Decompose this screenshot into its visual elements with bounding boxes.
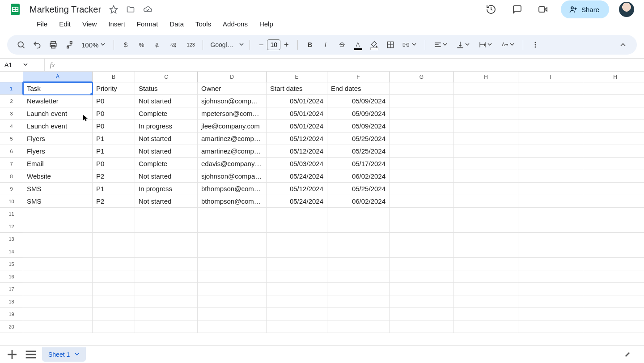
more-toolbar-icon[interactable]: [529, 38, 542, 51]
row-header-9[interactable]: 9: [0, 183, 23, 195]
cell[interactable]: [454, 195, 518, 208]
cell[interactable]: P0: [93, 158, 135, 170]
meet-icon[interactable]: [535, 1, 551, 17]
cell[interactable]: P1: [93, 132, 135, 145]
cell[interactable]: [583, 308, 644, 320]
cell[interactable]: [23, 308, 93, 320]
cell[interactable]: Not started: [135, 145, 198, 158]
undo-icon[interactable]: [30, 38, 44, 51]
cell[interactable]: [390, 132, 454, 145]
cell[interactable]: 05/24/2024: [267, 195, 327, 208]
cell[interactable]: Start dates: [267, 82, 327, 95]
row-header-11[interactable]: 11: [0, 208, 23, 220]
col-header-I[interactable]: I: [518, 72, 583, 82]
bold-icon[interactable]: B: [303, 38, 317, 51]
cell[interactable]: Owner: [198, 82, 267, 95]
comments-icon[interactable]: [509, 1, 525, 17]
menu-data[interactable]: Data: [164, 18, 189, 30]
cell[interactable]: [518, 195, 583, 208]
text-color-icon[interactable]: A: [352, 38, 365, 51]
cell[interactable]: [93, 258, 135, 270]
cell[interactable]: [454, 170, 518, 183]
row-header-12[interactable]: 12: [0, 220, 23, 233]
cell[interactable]: Complete: [135, 107, 198, 120]
cell[interactable]: [327, 258, 390, 270]
cell[interactable]: 05/12/2024: [267, 145, 327, 158]
cell[interactable]: [135, 295, 198, 308]
cell[interactable]: In progress: [135, 120, 198, 132]
cell[interactable]: [93, 295, 135, 308]
cell[interactable]: [198, 320, 267, 333]
cell[interactable]: [583, 258, 644, 270]
cell[interactable]: P1: [93, 145, 135, 158]
cell[interactable]: amartinez@comp…: [198, 145, 267, 158]
cell[interactable]: [198, 283, 267, 295]
cell[interactable]: [327, 295, 390, 308]
cell[interactable]: [267, 283, 327, 295]
row-header-2[interactable]: 2: [0, 95, 23, 107]
fill-color-icon[interactable]: [368, 38, 381, 51]
select-all-corner[interactable]: [0, 72, 23, 82]
cell[interactable]: [454, 283, 518, 295]
cell[interactable]: [267, 220, 327, 233]
cell[interactable]: [267, 270, 327, 283]
cell[interactable]: [390, 170, 454, 183]
cell[interactable]: [390, 82, 454, 95]
cell[interactable]: [583, 195, 644, 208]
cell[interactable]: [267, 295, 327, 308]
row-header-16[interactable]: 16: [0, 270, 23, 283]
borders-icon[interactable]: [384, 38, 397, 51]
cell[interactable]: [267, 245, 327, 258]
cell[interactable]: Email: [23, 158, 93, 170]
cell[interactable]: mpeterson@com…: [198, 107, 267, 120]
menu-add-ons[interactable]: Add-ons: [217, 18, 253, 30]
cell[interactable]: amartinez@comp…: [198, 132, 267, 145]
cell[interactable]: Not started: [135, 195, 198, 208]
cell[interactable]: 05/17/2024: [327, 158, 390, 170]
cell[interactable]: 05/09/2024: [327, 120, 390, 132]
all-sheets-button[interactable]: [23, 347, 38, 362]
row-header-19[interactable]: 19: [0, 308, 23, 320]
cell[interactable]: [583, 233, 644, 245]
cell[interactable]: Status: [135, 82, 198, 95]
cell[interactable]: [198, 270, 267, 283]
cell[interactable]: [327, 208, 390, 220]
explore-icon[interactable]: [620, 347, 635, 362]
cell[interactable]: Not started: [135, 170, 198, 183]
cell[interactable]: [518, 233, 583, 245]
cell[interactable]: [583, 208, 644, 220]
cell[interactable]: [583, 107, 644, 120]
cell[interactable]: [583, 283, 644, 295]
cell[interactable]: P0: [93, 107, 135, 120]
cell[interactable]: 05/24/2024: [267, 170, 327, 183]
decrease-font-size-button[interactable]: −: [255, 39, 267, 51]
cell[interactable]: [327, 245, 390, 258]
menu-edit[interactable]: Edit: [54, 18, 76, 30]
cell[interactable]: [518, 320, 583, 333]
cell[interactable]: [23, 295, 93, 308]
cell[interactable]: 05/01/2024: [267, 95, 327, 107]
cell[interactable]: 05/25/2024: [327, 145, 390, 158]
cell[interactable]: 05/25/2024: [327, 183, 390, 195]
cell[interactable]: 06/02/2024: [327, 170, 390, 183]
row-header-10[interactable]: 10: [0, 195, 23, 208]
col-header-C[interactable]: C: [135, 72, 198, 82]
menu-insert[interactable]: Insert: [103, 18, 131, 30]
cell[interactable]: [93, 220, 135, 233]
cell[interactable]: Not started: [135, 95, 198, 107]
cell[interactable]: [390, 220, 454, 233]
cell[interactable]: [518, 220, 583, 233]
cell[interactable]: [327, 320, 390, 333]
row-header-20[interactable]: 20: [0, 320, 23, 333]
cell[interactable]: [518, 120, 583, 132]
cell[interactable]: 06/02/2024: [327, 195, 390, 208]
cell[interactable]: [518, 107, 583, 120]
cell[interactable]: [198, 245, 267, 258]
cell[interactable]: [23, 245, 93, 258]
cell[interactable]: [454, 95, 518, 107]
cell[interactable]: [454, 183, 518, 195]
cell[interactable]: [327, 283, 390, 295]
cell[interactable]: [327, 233, 390, 245]
cell[interactable]: [454, 308, 518, 320]
cell[interactable]: [454, 132, 518, 145]
